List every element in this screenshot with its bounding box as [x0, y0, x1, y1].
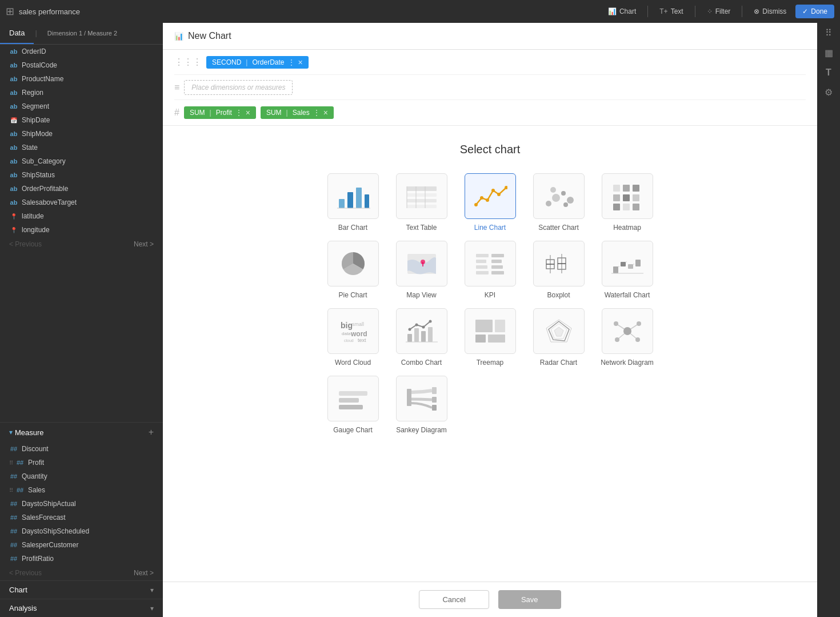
dismiss-button[interactable]: ⊗ Dismiss [747, 5, 793, 18]
dim-segment[interactable]: ab Segment [0, 99, 163, 113]
pill-options-1[interactable]: ⋮ [288, 58, 295, 66]
dim-next-btn[interactable]: Next > [134, 240, 154, 248]
svg-rect-95 [432, 387, 437, 394]
dim-state[interactable]: ab State [0, 141, 163, 154]
panel-header: 📊 New Chart [163, 23, 817, 50]
svg-rect-44 [491, 271, 504, 274]
analysis-section: Analysis ▾ [0, 599, 163, 617]
dim-sub-category[interactable]: ab Sub_Category [0, 154, 163, 168]
sankey-label: Sankey Diagram [396, 426, 447, 434]
measure-discount[interactable]: ## Discount [0, 442, 163, 456]
network-icon-box [602, 308, 653, 354]
dim-shipmode[interactable]: ab ShipMode [0, 127, 163, 141]
analysis-section-header[interactable]: Analysis ▾ [0, 599, 163, 617]
svg-text:text: text [358, 337, 366, 343]
dim-orderprofitable[interactable]: ab OrderProfitable [0, 182, 163, 196]
tab-dim-measure[interactable]: Dimension 1 / Measure 2 [38, 23, 126, 44]
shelf-handle-3: # [174, 108, 179, 118]
svg-point-69 [408, 328, 411, 331]
chart-item-treemap[interactable]: Treemap [462, 308, 519, 367]
svg-rect-5 [407, 186, 437, 191]
dim-longitude[interactable]: 📍 longitude [0, 223, 163, 237]
dim-salesabovetarget[interactable]: ab SalesaboveTarget [0, 196, 163, 209]
shelf-pill-sales[interactable]: SUM | Sales ⋮ × [261, 106, 334, 119]
chart-item-bar[interactable]: Bar Chart [325, 173, 382, 232]
svg-point-89 [615, 337, 619, 342]
svg-rect-67 [421, 331, 426, 342]
svg-rect-30 [613, 204, 620, 210]
boxplot-label: Boxplot [547, 291, 570, 299]
measure-salesforecast[interactable]: ## SalesForecast [0, 511, 163, 524]
dim-latitude[interactable]: 📍 latitude [0, 209, 163, 223]
svg-rect-43 [476, 271, 489, 274]
text-button[interactable]: T+ Text [653, 5, 690, 18]
chart-item-radar[interactable]: Radar Chart [530, 308, 587, 367]
dim-shipstatus[interactable]: ab ShipStatus [0, 168, 163, 182]
dim-shipdate[interactable]: 📅 ShipDate [0, 113, 163, 127]
pill-close-profit[interactable]: × [246, 109, 250, 117]
dim-productname[interactable]: ab ProductName [0, 72, 163, 86]
dim-prev-btn[interactable]: < Previous [9, 240, 42, 248]
measure-quantity[interactable]: ## Quantity [0, 469, 163, 483]
shelf-row-placeholder: ≡ Place dimensions or measures [174, 75, 806, 100]
chart-item-text[interactable]: Text Table [393, 173, 450, 232]
chart-item-kpi[interactable]: KPI [462, 241, 519, 299]
cancel-button[interactable]: Cancel [419, 590, 489, 609]
dim-orderid[interactable]: ab OrderID [0, 45, 163, 58]
waterfall-label: Waterfall Chart [605, 291, 650, 299]
chart-item-waterfall[interactable]: Waterfall Chart [599, 241, 656, 299]
bar-chart-icon[interactable]: ▦ [825, 47, 833, 58]
waterfall-icon-box [602, 241, 653, 286]
chart-item-boxplot[interactable]: Boxplot [530, 241, 587, 299]
dots-grid-icon[interactable]: ⠿ [825, 27, 832, 38]
shelf-pill-profit[interactable]: SUM | Profit ⋮ × [184, 106, 256, 119]
pill-close-1[interactable]: × [298, 58, 303, 66]
measure-section-header[interactable]: ▾ Measure + [0, 423, 163, 442]
pie-chart-label: Pie Chart [338, 291, 367, 299]
measure-daystoshipscheduled[interactable]: ## DaystoShipScheduled [0, 524, 163, 538]
tab-data[interactable]: Data [0, 23, 34, 44]
measure-next-btn[interactable]: Next > [134, 569, 154, 577]
measure-prev-btn[interactable]: < Previous [9, 569, 42, 577]
gauge-icon-box [327, 376, 379, 421]
text-icon[interactable]: T [826, 67, 831, 78]
chart-button[interactable]: 📊 Chart [601, 5, 643, 18]
dim-postalcode[interactable]: ab PostalCode [0, 58, 163, 72]
chart-item-pie[interactable]: Pie Chart [325, 241, 382, 299]
chart-item-sankey[interactable]: Sankey Diagram [393, 376, 450, 434]
measure-sales[interactable]: ⠿ ## Sales [0, 483, 163, 497]
chart-item-gauge[interactable]: Gauge Chart [325, 376, 382, 434]
done-button[interactable]: ✓ Done [795, 5, 834, 18]
bottom-bar: Cancel Save [163, 582, 817, 617]
save-button[interactable]: Save [498, 590, 561, 609]
analysis-section-label: Analysis [9, 604, 37, 612]
chart-item-wordcloud[interactable]: big small data word cloud text Word Clou… [325, 308, 382, 367]
measure-salespercustomer[interactable]: ## SalesperCustomer [0, 538, 163, 552]
svg-rect-93 [339, 405, 363, 409]
chart-item-scatter[interactable]: Scatter Chart [530, 173, 587, 232]
chart-section-header[interactable]: Chart ▾ [0, 581, 163, 599]
measure-profit[interactable]: ⠿ ## Profit [0, 456, 163, 469]
kpi-icon-box [465, 241, 516, 286]
svg-rect-28 [623, 194, 630, 201]
chart-item-network[interactable]: Network Diagram [599, 308, 656, 367]
pill-options-profit[interactable]: ⋮ [235, 109, 242, 117]
pill-options-sales[interactable]: ⋮ [313, 109, 320, 117]
chart-item-heatmap[interactable]: Heatmap [599, 173, 656, 232]
svg-point-88 [637, 321, 641, 326]
filter-button[interactable]: ⁘ Filter [700, 5, 738, 18]
chart-item-line[interactable]: Line Chart [462, 173, 519, 232]
chart-item-map[interactable]: Map View [393, 241, 450, 299]
measure-daystoshipactual[interactable]: ## DaystoShipActual [0, 497, 163, 511]
pill-close-sales[interactable]: × [323, 109, 328, 117]
chart-item-combo[interactable]: Combo Chart [393, 308, 450, 367]
top-bar-left: ⊞ sales performance [6, 5, 80, 18]
settings-icon[interactable]: ⚙ [825, 87, 833, 98]
dim-region[interactable]: ab Region [0, 86, 163, 99]
measure-profitratio[interactable]: ## ProfitRatio [0, 552, 163, 566]
add-measure-btn[interactable]: + [149, 427, 154, 437]
shelf-pill-second-orderdate[interactable]: SECOND | OrderDate ⋮ × [206, 56, 309, 69]
svg-rect-51 [613, 266, 618, 273]
svg-point-71 [422, 326, 425, 329]
svg-rect-74 [475, 320, 493, 332]
